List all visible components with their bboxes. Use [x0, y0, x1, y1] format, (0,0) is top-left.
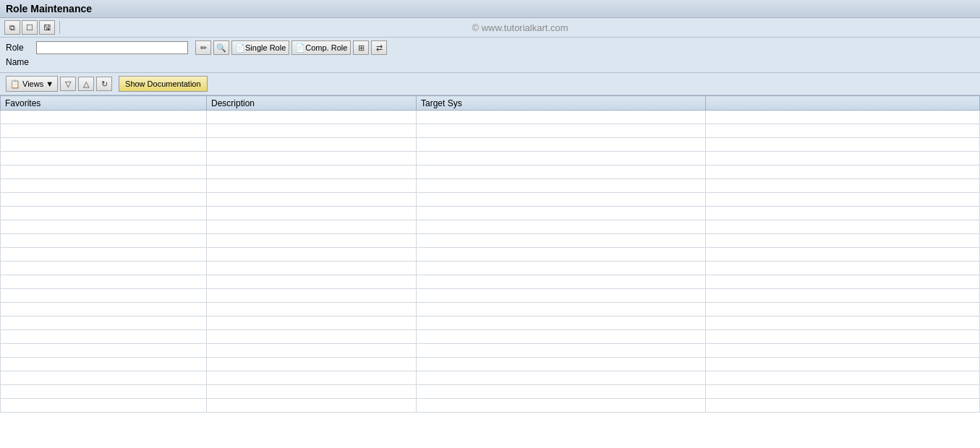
cell-description	[207, 193, 417, 207]
cell-description	[207, 124, 417, 138]
table-row	[1, 262, 980, 275]
table-row	[1, 344, 980, 358]
filter-button[interactable]: ▽	[60, 77, 76, 91]
main-toolbar: ⧉ ☐ 🖫 © www.tutorialkart.com	[0, 18, 980, 38]
cell-target-sys	[417, 358, 706, 371]
table-row	[1, 179, 980, 193]
views-label: Views	[22, 79, 43, 88]
cell-target-sys	[417, 179, 706, 193]
refresh-icon: ↻	[101, 79, 108, 89]
main-content: Favorites Description Target Sys	[0, 95, 980, 448]
comp-role-page-icon: 📄	[295, 43, 305, 53]
arrows-button[interactable]: ⇄	[371, 40, 387, 55]
delete-icon: ☐	[26, 23, 33, 33]
cell-target-sys	[417, 111, 706, 124]
cell-favorites	[1, 179, 207, 193]
cell-description	[207, 152, 417, 165]
form-area: Role ✏ 🔍 📄 Single Role 📄 Comp. Role ⊞ ⇄	[0, 38, 980, 73]
table-row	[1, 275, 980, 289]
single-role-button[interactable]: 📄 Single Role	[231, 40, 289, 55]
cell-target-sys	[417, 248, 706, 262]
cell-favorites	[1, 316, 207, 330]
cell-favorites	[1, 165, 207, 179]
filter2-button[interactable]: △	[78, 77, 94, 91]
grid-icon: ⊞	[358, 43, 365, 53]
title-bar: Role Maintenance	[0, 0, 980, 18]
col-header-extra	[706, 96, 980, 111]
cell-description	[207, 179, 417, 193]
filter-icon: ▽	[65, 79, 71, 89]
show-documentation-label: Show Documentation	[125, 79, 201, 88]
cell-extra	[706, 385, 980, 399]
views-page-icon: 📋	[10, 79, 20, 89]
find-icon: 🔍	[216, 43, 226, 53]
cell-extra	[706, 262, 980, 275]
cell-description	[207, 371, 417, 385]
cell-target-sys	[417, 152, 706, 165]
table-container: Favorites Description Target Sys	[0, 95, 980, 448]
cell-extra	[706, 344, 980, 358]
copy-button[interactable]: ⧉	[4, 20, 20, 35]
cell-favorites	[1, 138, 207, 152]
cell-description	[207, 248, 417, 262]
table-row	[1, 316, 980, 330]
cell-target-sys	[417, 138, 706, 152]
cell-extra	[706, 234, 980, 248]
role-input[interactable]	[36, 41, 188, 54]
table-row	[1, 358, 980, 371]
save-button[interactable]: 🖫	[39, 20, 55, 35]
cell-extra	[706, 316, 980, 330]
edit-button[interactable]: ✏	[195, 40, 211, 55]
show-documentation-button[interactable]: Show Documentation	[119, 76, 208, 92]
cell-target-sys	[417, 399, 706, 413]
col-header-favorites: Favorites	[1, 96, 207, 111]
cell-target-sys	[417, 316, 706, 330]
col-header-description: Description	[207, 96, 417, 111]
table-row	[1, 124, 980, 138]
table-body	[1, 111, 980, 413]
grid-button[interactable]: ⊞	[353, 40, 369, 55]
table-row	[1, 289, 980, 303]
find-button[interactable]: 🔍	[213, 40, 229, 55]
single-role-label: Single Role	[245, 43, 286, 52]
cell-target-sys	[417, 275, 706, 289]
table-row	[1, 385, 980, 399]
cell-favorites	[1, 220, 207, 234]
cell-description	[207, 111, 417, 124]
cell-favorites	[1, 207, 207, 220]
cell-target-sys	[417, 220, 706, 234]
delete-button[interactable]: ☐	[22, 20, 38, 35]
cell-extra	[706, 330, 980, 344]
cell-description	[207, 330, 417, 344]
role-buttons: ✏ 🔍 📄 Single Role 📄 Comp. Role ⊞ ⇄	[195, 40, 387, 55]
cell-target-sys	[417, 289, 706, 303]
cell-extra	[706, 165, 980, 179]
cell-description	[207, 303, 417, 316]
cell-extra	[706, 138, 980, 152]
cell-extra	[706, 275, 980, 289]
cell-extra	[706, 358, 980, 371]
views-dropdown-icon: ▼	[46, 79, 54, 88]
single-role-page-icon: 📄	[235, 43, 245, 53]
cell-target-sys	[417, 385, 706, 399]
table-row	[1, 399, 980, 413]
cell-favorites	[1, 330, 207, 344]
cell-description	[207, 385, 417, 399]
cell-extra	[706, 248, 980, 262]
copy-icon: ⧉	[9, 23, 15, 33]
table-row	[1, 220, 980, 234]
cell-favorites	[1, 248, 207, 262]
refresh-button[interactable]: ↻	[96, 77, 112, 91]
secondary-toolbar: 📋 Views ▼ ▽ △ ↻ Show Documentation	[0, 73, 980, 95]
cell-extra	[706, 303, 980, 316]
cell-target-sys	[417, 344, 706, 358]
cell-favorites	[1, 193, 207, 207]
cell-favorites	[1, 275, 207, 289]
col-header-target-sys: Target Sys	[417, 96, 706, 111]
cell-favorites	[1, 358, 207, 371]
comp-role-button[interactable]: 📄 Comp. Role	[291, 40, 351, 55]
cell-favorites	[1, 399, 207, 413]
cell-extra	[706, 124, 980, 138]
views-button[interactable]: 📋 Views ▼	[6, 76, 58, 92]
role-row: Role ✏ 🔍 📄 Single Role 📄 Comp. Role ⊞ ⇄	[6, 40, 974, 55]
